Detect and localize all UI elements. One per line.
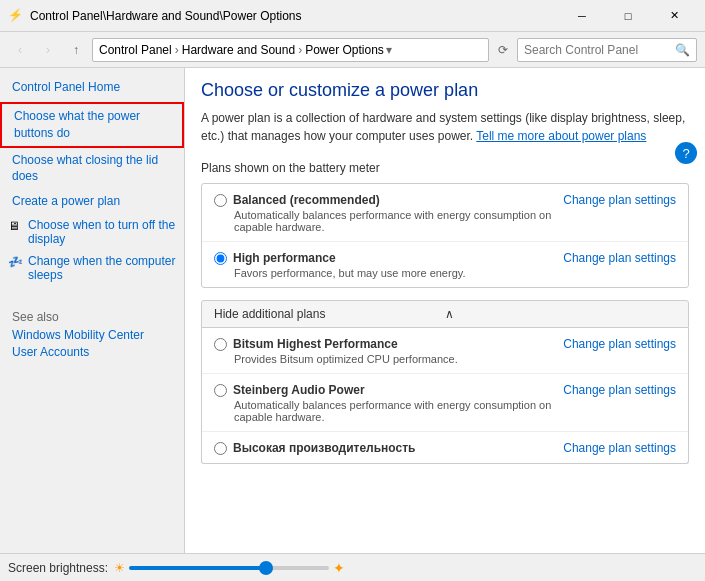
brightness-label: Screen brightness: (8, 561, 108, 575)
sleep-icon: 💤 (8, 255, 24, 269)
search-input[interactable] (524, 43, 675, 57)
close-button[interactable]: ✕ (651, 0, 697, 32)
bitsum-change-link[interactable]: Change plan settings (563, 337, 676, 351)
russian-plan-label: Высокая производительность (214, 440, 555, 455)
see-also-label: See also (12, 310, 172, 324)
windows-mobility-link[interactable]: Windows Mobility Center (12, 328, 172, 342)
high-performance-radio-row: High performance (214, 250, 555, 265)
forward-button[interactable]: › (36, 38, 60, 62)
window-icon: ⚡ (8, 8, 24, 24)
refresh-button[interactable]: ⟳ (493, 40, 513, 60)
breadcrumb-dropdown-icon: ▾ (386, 43, 392, 57)
search-bar[interactable]: 🔍 (517, 38, 697, 62)
steinberg-change-link[interactable]: Change plan settings (563, 383, 676, 397)
bitsum-radio[interactable] (214, 338, 227, 351)
sidebar-item-closing-lid[interactable]: Choose what closing the lid does (0, 148, 184, 190)
search-icon: 🔍 (675, 43, 690, 57)
content-area: ? Choose or customize a power plan A pow… (185, 68, 705, 553)
minimize-button[interactable]: ─ (559, 0, 605, 32)
content-title: Choose or customize a power plan (201, 80, 689, 101)
hide-additional-plans-label: Hide additional plans (214, 307, 445, 321)
create-plan-link[interactable]: Create a power plan (12, 194, 120, 208)
window-controls: ─ □ ✕ (559, 0, 697, 32)
sidebar: Control Panel Home Choose what the power… (0, 68, 185, 553)
chevron-up-icon: ∧ (445, 307, 676, 321)
plan-item-high-performance: High performance Favors performance, but… (202, 242, 688, 287)
hide-additional-plans-header[interactable]: Hide additional plans ∧ (201, 300, 689, 328)
steinberg-plan-label: Steinberg Audio Power Automatically bala… (214, 382, 555, 423)
sleep-settings-link[interactable]: Change when the computer sleeps (28, 254, 176, 282)
power-buttons-link[interactable]: Choose what the power buttons do (14, 109, 140, 140)
main-layout: Control Panel Home Choose what the power… (0, 68, 705, 553)
balanced-plan-name: Balanced (recommended) (233, 193, 380, 207)
display-icon: 🖥 (8, 219, 24, 233)
back-button[interactable]: ‹ (8, 38, 32, 62)
sidebar-item-create-plan[interactable]: Create a power plan (0, 189, 184, 214)
breadcrumb-sep-2: › (298, 43, 302, 57)
breadcrumb-power-options[interactable]: Power Options (305, 43, 384, 57)
help-button[interactable]: ? (675, 142, 697, 164)
up-button[interactable]: ↑ (64, 38, 88, 62)
bitsum-radio-row: Bitsum Highest Performance (214, 336, 555, 351)
balanced-plan-label: Balanced (recommended) Automatically bal… (214, 192, 555, 233)
high-performance-plan-label: High performance Favors performance, but… (214, 250, 555, 279)
turn-off-display-link[interactable]: Choose when to turn off the display (28, 218, 176, 246)
plan-item-bitsum: Bitsum Highest Performance Provides Bits… (202, 328, 688, 374)
bitsum-plan-label: Bitsum Highest Performance Provides Bits… (214, 336, 555, 365)
sidebar-item-sleep[interactable]: 💤 Change when the computer sleeps (0, 250, 184, 286)
title-bar: ⚡ Control Panel\Hardware and Sound\Power… (0, 0, 705, 32)
sidebar-item-power-buttons[interactable]: Choose what the power buttons do (0, 102, 184, 148)
plan-item-russian: Высокая производительность Change plan s… (202, 432, 688, 463)
maximize-button[interactable]: □ (605, 0, 651, 32)
breadcrumb-hardware-sound[interactable]: Hardware and Sound (182, 43, 295, 57)
tell-me-more-link[interactable]: Tell me more about power plans (476, 129, 646, 143)
steinberg-plan-desc: Automatically balances performance with … (234, 399, 555, 423)
balanced-radio-row: Balanced (recommended) (214, 192, 555, 207)
sidebar-item-turn-off-display[interactable]: 🖥 Choose when to turn off the display (0, 214, 184, 250)
content-description: A power plan is a collection of hardware… (201, 109, 689, 145)
brightness-low-icon: ☀ (114, 561, 125, 575)
russian-radio-row: Высокая производительность (214, 440, 555, 455)
bitsum-plan-desc: Provides Bitsum optimized CPU performanc… (234, 353, 555, 365)
high-performance-plan-name: High performance (233, 251, 336, 265)
closing-lid-link[interactable]: Choose what closing the lid does (12, 153, 158, 184)
main-plans-section: Balanced (recommended) Automatically bal… (201, 183, 689, 288)
see-also-section: See also Windows Mobility Center User Ac… (0, 302, 184, 366)
balanced-radio[interactable] (214, 194, 227, 207)
plan-item-balanced: Balanced (recommended) Automatically bal… (202, 184, 688, 242)
sidebar-home[interactable]: Control Panel Home (0, 76, 184, 102)
russian-change-link[interactable]: Change plan settings (563, 441, 676, 455)
bitsum-plan-name: Bitsum Highest Performance (233, 337, 398, 351)
high-performance-change-link[interactable]: Change plan settings (563, 251, 676, 265)
high-performance-plan-desc: Favors performance, but may use more ene… (234, 267, 555, 279)
control-panel-home-link[interactable]: Control Panel Home (12, 80, 120, 94)
balanced-change-link[interactable]: Change plan settings (563, 193, 676, 207)
steinberg-plan-name: Steinberg Audio Power (233, 383, 365, 397)
additional-plans-section: Bitsum Highest Performance Provides Bits… (201, 328, 689, 464)
plan-item-steinberg: Steinberg Audio Power Automatically bala… (202, 374, 688, 432)
status-bar: Screen brightness: ☀ ✦ (0, 553, 705, 581)
brightness-slider[interactable] (129, 566, 329, 570)
breadcrumb[interactable]: Control Panel › Hardware and Sound › Pow… (92, 38, 489, 62)
russian-radio[interactable] (214, 442, 227, 455)
brightness-high-icon: ✦ (333, 560, 345, 576)
balanced-plan-desc: Automatically balances performance with … (234, 209, 555, 233)
user-accounts-link[interactable]: User Accounts (12, 345, 172, 359)
window-title: Control Panel\Hardware and Sound\Power O… (30, 9, 559, 23)
address-bar: ‹ › ↑ Control Panel › Hardware and Sound… (0, 32, 705, 68)
breadcrumb-sep-1: › (175, 43, 179, 57)
russian-plan-name: Высокая производительность (233, 441, 415, 455)
high-performance-radio[interactable] (214, 252, 227, 265)
steinberg-radio[interactable] (214, 384, 227, 397)
plans-section-label: Plans shown on the battery meter (201, 161, 689, 175)
breadcrumb-control-panel[interactable]: Control Panel (99, 43, 172, 57)
steinberg-radio-row: Steinberg Audio Power (214, 382, 555, 397)
